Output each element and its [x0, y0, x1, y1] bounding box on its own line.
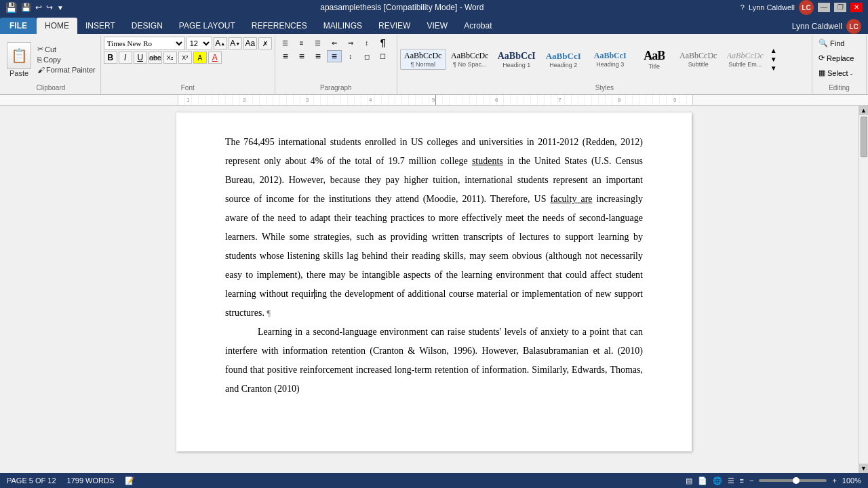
bullets-button[interactable]: ☰	[278, 37, 293, 49]
para-row2: ≡ ≡ ≡ ≡ ↕ ◻ ☐	[278, 50, 391, 62]
help-icon[interactable]: ?	[741, 3, 745, 12]
multilevel-button[interactable]: ☰	[311, 37, 326, 49]
style-no-spacing[interactable]: AaBbCcDc ¶ No Spac...	[447, 49, 493, 70]
quick-access-save[interactable]: 💾	[21, 3, 31, 12]
copy-button[interactable]: ⎘ Copy	[35, 55, 98, 64]
text-color-button[interactable]: A	[208, 52, 222, 64]
style-subtitle[interactable]: AaBbCcDc Subtitle	[675, 49, 722, 70]
zoom-level[interactable]: 100%	[842, 476, 861, 485]
sort-button[interactable]: ↕	[359, 37, 374, 49]
strikethrough-button[interactable]: abc	[149, 52, 162, 64]
status-right: ▤ 📄 🌐 ☰ ≡ − + 100%	[686, 476, 861, 485]
tab-page-layout[interactable]: PAGE LAYOUT	[171, 18, 243, 34]
tab-insert[interactable]: INSERT	[77, 18, 123, 34]
style-subtle-em-preview: AaBbCcDc	[727, 51, 764, 61]
font-grow-button[interactable]: A▲	[214, 37, 227, 49]
zoom-out-button[interactable]: −	[749, 476, 753, 485]
styles-controls: AaBbCcDc ¶ Normal AaBbCcDc ¶ No Spac... …	[400, 37, 809, 82]
restore-button[interactable]: ❐	[834, 3, 846, 12]
tab-file[interactable]: FILE	[0, 18, 37, 34]
paste-label: Paste	[9, 69, 28, 77]
group-styles: AaBbCcDc ¶ Normal AaBbCcDc ¶ No Spac... …	[397, 35, 812, 94]
para-row1: ☰ ≡ ☰ ⇐ ⇒ ↕ ¶	[278, 37, 391, 49]
cut-button[interactable]: ✂ Cut	[35, 44, 98, 54]
font-name-select[interactable]: Times New Ro	[104, 37, 185, 50]
close-button[interactable]: ✕	[850, 3, 863, 12]
tab-home[interactable]: HOME	[37, 18, 77, 34]
italic-button[interactable]: I	[119, 52, 132, 64]
title-bar: 💾 💾 ↩ ↪ ▼ apasamplethesis [Compatibility…	[0, 0, 868, 15]
underlined-students: students	[472, 156, 503, 166]
styles-more[interactable]: ▼	[770, 64, 780, 72]
subscript-button[interactable]: X₂	[163, 52, 177, 64]
font-size-select[interactable]: 12	[186, 37, 212, 50]
view-draft[interactable]: ≡	[740, 476, 744, 485]
group-editing: 🔍 Find ⟳ Replace ▦ Select - Editing	[812, 35, 867, 94]
format-painter-button[interactable]: 🖌 Format Painter	[35, 65, 98, 75]
line-spacing-button[interactable]: ↕	[343, 50, 358, 62]
align-right-button[interactable]: ≡	[311, 50, 326, 62]
style-title[interactable]: AaB Title	[634, 47, 675, 72]
cut-icon: ✂	[37, 45, 43, 54]
underline-button[interactable]: U	[134, 52, 147, 64]
tab-acrobat[interactable]: Acrobat	[456, 18, 500, 34]
numbering-button[interactable]: ≡	[294, 37, 309, 49]
align-left-button[interactable]: ≡	[278, 50, 293, 62]
tab-view[interactable]: VIEW	[418, 18, 456, 34]
indent-decrease-button[interactable]: ⇐	[327, 37, 342, 49]
user-avatar: LC	[799, 0, 814, 15]
bold-button[interactable]: B	[104, 52, 117, 64]
tab-review[interactable]: REVIEW	[370, 18, 418, 34]
view-full-reading[interactable]: 📄	[698, 476, 707, 485]
format-painter-icon: 🖌	[37, 66, 45, 74]
view-outline[interactable]: ☰	[728, 476, 734, 485]
document-page[interactable]: The 764,495 international students enrol…	[176, 113, 692, 451]
font-shrink-button[interactable]: A▼	[229, 37, 242, 49]
pilcrow-symbol: ¶	[267, 308, 270, 318]
tab-references[interactable]: REFERENCES	[243, 18, 315, 34]
user-area: Lynn Caldwell LC	[785, 19, 868, 34]
superscript-button[interactable]: X²	[178, 52, 192, 64]
borders-button[interactable]: ☐	[376, 50, 391, 62]
style-heading1[interactable]: AaBbCcI Heading 1	[494, 49, 540, 70]
quick-access-customize[interactable]: ▼	[57, 4, 64, 12]
zoom-in-button[interactable]: +	[832, 476, 836, 485]
document-area[interactable]: The 764,495 international students enrol…	[9, 106, 859, 473]
justify-button[interactable]: ≡	[327, 50, 342, 62]
zoom-slider[interactable]	[759, 479, 827, 482]
select-button[interactable]: ▦ Select -	[815, 66, 857, 79]
quick-access-redo[interactable]: ↪	[46, 3, 53, 12]
tab-mailings[interactable]: MAILINGS	[315, 18, 370, 34]
show-hide-button[interactable]: ¶	[376, 37, 391, 49]
scroll-down-button[interactable]: ▼	[859, 464, 869, 473]
styles-scroll-down[interactable]: ▼	[770, 56, 780, 63]
change-case-button[interactable]: Aa	[243, 37, 257, 49]
style-normal-label: ¶ Normal	[411, 61, 435, 68]
paragraph-2[interactable]: Learning in a second-language environmen…	[225, 323, 643, 399]
text-highlight-button[interactable]: A	[193, 52, 207, 64]
style-title-label: Title	[648, 63, 660, 70]
paste-button[interactable]: 📋 Paste	[4, 41, 34, 79]
minimize-button[interactable]: —	[818, 3, 830, 12]
indent-increase-button[interactable]: ⇒	[343, 37, 358, 49]
paragraph-1[interactable]: The 764,495 international students enrol…	[225, 133, 643, 323]
ruler-content: 1 2 3 4 5 6 7 8 9	[178, 95, 693, 105]
tab-design[interactable]: DESIGN	[123, 18, 171, 34]
styles-scroll-up[interactable]: ▲	[770, 47, 780, 54]
find-button[interactable]: 🔍 Find	[815, 37, 857, 49]
quick-access-undo[interactable]: ↩	[35, 3, 42, 12]
style-heading2[interactable]: AaBbCcI Heading 2	[540, 49, 587, 70]
style-subtle-em[interactable]: AaBbCcDc Subtle Em...	[722, 49, 768, 70]
shading-button[interactable]: ◻	[359, 50, 374, 62]
style-heading3[interactable]: AaBbCcI Heading 3	[587, 49, 633, 70]
scroll-thumb[interactable]	[861, 117, 867, 157]
align-center-button[interactable]: ≡	[294, 50, 309, 62]
style-normal[interactable]: AaBbCcDc ¶ Normal	[400, 49, 446, 70]
replace-button[interactable]: ⟳ Replace	[815, 52, 857, 64]
view-print-layout[interactable]: ▤	[686, 476, 692, 485]
scrollbar-right[interactable]: ▲ ▼	[859, 106, 868, 473]
view-web-layout[interactable]: 🌐	[713, 476, 722, 485]
clear-formatting-button[interactable]: ✗	[258, 37, 272, 49]
scroll-up-button[interactable]: ▲	[859, 106, 869, 115]
select-icon: ▦	[818, 68, 825, 77]
